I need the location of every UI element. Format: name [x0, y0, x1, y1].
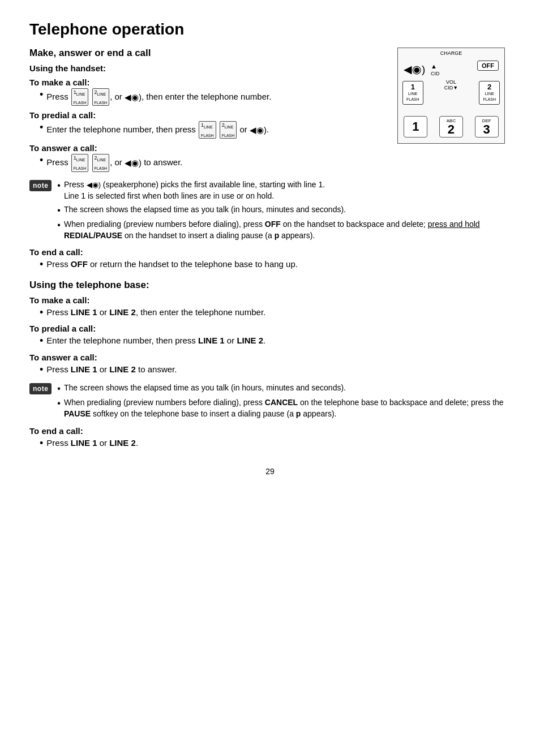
- key-1: 1: [404, 116, 427, 138]
- base-predial-heading: To predial a call:: [29, 324, 511, 333]
- line2-icon: 2LINEFLASH: [92, 88, 110, 106]
- line2-icon2: 2LINEFLASH: [220, 121, 237, 139]
- make-call-heading: To make a call:: [29, 78, 386, 87]
- answer-bullet: • Press 1LINEFLASH 2LINEFLASH, or ◀◉) to…: [40, 154, 386, 171]
- base-end-bullet: • Press LINE 1 or LINE 2.: [40, 437, 511, 450]
- note2-item1: • The screen shows the elapsed time as y…: [57, 382, 511, 395]
- line1-button: 1 LINE FLASH: [402, 81, 423, 105]
- base-end-heading: To end a call:: [29, 426, 511, 436]
- keypad-row: 1 ABC 2 DEF 3: [398, 116, 504, 138]
- line2-button: 2 LINE FLASH: [479, 81, 500, 105]
- line1-icon2: 1LINEFLASH: [199, 121, 216, 139]
- predial-heading: To predial a call:: [29, 110, 386, 120]
- note-label-2: note: [29, 383, 52, 394]
- cid-up-icon: ▲CID: [431, 63, 440, 76]
- note1-item3: • When predialing (preview numbers befor…: [57, 218, 511, 242]
- predial-bullet: • Enter the telephone number, then press…: [40, 121, 386, 139]
- speaker-icon: ◀◉): [125, 92, 142, 102]
- vol-label: VOL CID▼: [444, 79, 458, 91]
- note-box-1: note • Press ◀◉) (speakerphone) picks th…: [29, 179, 511, 243]
- note-label-1: note: [29, 180, 52, 191]
- base-answer-heading: To answer a call:: [29, 353, 511, 362]
- handset-heading: Using the handset:: [29, 63, 386, 73]
- charge-label: CHARGE: [440, 50, 462, 56]
- answer-heading: To answer a call:: [29, 143, 386, 153]
- base-answer-bullet: • Press LINE 1 or LINE 2 to answer.: [40, 363, 511, 376]
- line1-icon3: 1LINEFLASH: [71, 154, 89, 171]
- line2-icon3: 2LINEFLASH: [92, 154, 110, 171]
- page-number: 29: [29, 467, 511, 476]
- note-content-1: • Press ◀◉) (speakerphone) picks the fir…: [57, 179, 511, 243]
- note1-item2: • The screen shows the elapsed time as y…: [57, 204, 511, 217]
- note-box-2: note • The screen shows the elapsed time…: [29, 382, 511, 422]
- note2-item2: • When predialing (preview numbers befor…: [57, 397, 511, 420]
- make-call-bullet: • Press 1LINEFLASH 2LINEFLASH, or ◀◉), t…: [40, 88, 386, 106]
- phone-diagram: CHARGE ◀◉) ▲CID OFF 1 LINE FLASH VOL CID…: [397, 48, 511, 144]
- base-predial-bullet: • Enter the telephone number, then press…: [40, 334, 511, 347]
- note-content-2: • The screen shows the elapsed time as y…: [57, 382, 511, 422]
- key-2: ABC 2: [439, 116, 463, 138]
- main-heading: Make, answer or end a call: [29, 48, 386, 59]
- note1-item1: • Press ◀◉) (speakerphone) picks the fir…: [57, 179, 511, 202]
- end-call-bullet: • Press OFF or return the handset to the…: [40, 258, 511, 271]
- speaker-diagram-icon: ◀◉): [404, 63, 425, 76]
- off-button: OFF: [477, 61, 499, 71]
- key-3: DEF 3: [475, 116, 499, 138]
- base-make-heading: To make a call:: [29, 295, 511, 305]
- base-make-bullet: • Press LINE 1 or LINE 2, then enter the…: [40, 306, 511, 319]
- speaker-icon2: ◀◉): [250, 125, 267, 135]
- end-call-heading: To end a call:: [29, 247, 511, 257]
- base-heading: Using the telephone base:: [29, 280, 511, 291]
- line1-icon: 1LINEFLASH: [71, 88, 89, 106]
- speaker-icon3: ◀◉): [125, 158, 142, 167]
- page-title: Telephone operation: [29, 20, 511, 38]
